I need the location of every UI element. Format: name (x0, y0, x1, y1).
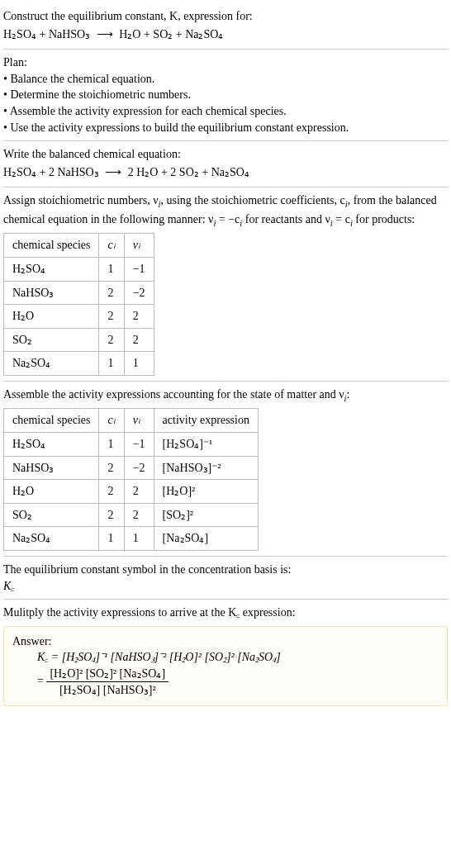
table-row: Na₂SO₄11[Na₂SO₄] (4, 527, 259, 551)
cell: [H₂SO₄]⁻¹ (154, 432, 258, 456)
kc-symbol: K꜀ (3, 578, 448, 595)
activity-intro: Assemble the activity expressions accoun… (3, 387, 448, 405)
table-row: H₂O22 (4, 305, 154, 329)
eq-lhs: H₂SO₄ + 2 NaHSO₃ (3, 166, 99, 178)
cell: [H₂O]² (154, 480, 258, 504)
text: : (347, 388, 350, 401)
table-row: H₂SO₄1−1[H₂SO₄]⁻¹ (4, 432, 259, 456)
col-vi: νᵢ (124, 409, 154, 433)
cell: H₂SO₄ (4, 432, 99, 456)
cell: 2 (99, 480, 124, 504)
text: = −c (216, 213, 240, 225)
activity-section: Assemble the activity expressions accoun… (3, 382, 448, 557)
table-header-row: chemical species cᵢ νᵢ activity expressi… (4, 409, 259, 433)
table-row: Na₂SO₄11 (4, 352, 154, 376)
table-row: NaHSO₃2−2 (4, 281, 154, 305)
cell: [Na₂SO₄] (154, 527, 258, 551)
cell: 2 (124, 480, 154, 504)
kc-expanded: K꜀ = [H₂SO₄]⁻¹ [NaHSO₃]⁻² [H₂O]² [SO₂]² … (12, 649, 439, 666)
plan-item: • Use the activity expressions to build … (3, 120, 448, 136)
symbol-section: The equilibrium constant symbol in the c… (3, 557, 448, 600)
cell: 2 (99, 305, 124, 329)
intro-text: Construct the equilibrium constant, K, e… (3, 10, 253, 22)
cell: 2 (124, 328, 154, 352)
cell: [NaHSO₃]⁻² (154, 456, 258, 480)
eq-rhs: 2 H₂O + 2 SO₂ + Na₂SO₄ (128, 166, 249, 178)
cell: 2 (99, 281, 124, 305)
plan-item: • Assemble the activity expression for e… (3, 103, 448, 120)
cell: 1 (99, 527, 124, 551)
cell: 2 (99, 456, 124, 480)
intro-line: Construct the equilibrium constant, K, e… (3, 8, 448, 25)
intro-section: Construct the equilibrium constant, K, e… (3, 3, 448, 50)
col-ci: cᵢ (99, 409, 124, 433)
balanced-section: Write the balanced chemical equation: H₂… (3, 141, 448, 187)
plan-title: Plan: (3, 55, 448, 71)
cell: NaHSO₃ (4, 456, 99, 480)
fraction-numerator: [H₂O]² [SO₂]² [Na₂SO₄] (46, 666, 169, 683)
table-header-row: chemical species cᵢ νᵢ (4, 234, 154, 258)
activity-table: chemical species cᵢ νᵢ activity expressi… (3, 408, 259, 551)
text: for reactants and ν (242, 213, 330, 225)
cell: 2 (124, 305, 154, 329)
stoich-intro: Assign stoichiometric numbers, νi, using… (3, 192, 448, 230)
reaction-arrow-icon: ⟶ (102, 166, 125, 178)
table-row: H₂O22[H₂O]² (4, 480, 259, 504)
plan-item: • Determine the stoichiometric numbers. (3, 87, 448, 103)
cell: 1 (99, 352, 124, 376)
cell: Na₂SO₄ (4, 352, 99, 376)
cell: 1 (124, 352, 154, 376)
plan-section: Plan: • Balance the chemical equation. •… (3, 50, 448, 141)
reaction-arrow-icon: ⟶ (93, 28, 116, 40)
cell: Na₂SO₄ (4, 527, 99, 551)
table-row: NaHSO₃2−2[NaHSO₃]⁻² (4, 456, 259, 480)
plan-item: • Balance the chemical equation. (3, 71, 448, 88)
cell: H₂O (4, 480, 99, 504)
final-section: Mulitply the activity expressions to arr… (3, 600, 448, 711)
cell: −1 (124, 432, 154, 456)
table-row: H₂SO₄1−1 (4, 257, 154, 281)
answer-label: Answer: (12, 633, 439, 650)
cell: −2 (124, 456, 154, 480)
table-row: SO₂22[SO₂]² (4, 503, 259, 527)
text: for products: (353, 213, 415, 225)
eq-rhs: H₂O + SO₂ + Na₂SO₄ (119, 28, 223, 40)
text: , using the stoichiometric coefficients,… (160, 194, 344, 206)
unbalanced-equation: H₂SO₄ + NaHSO₃ ⟶ H₂O + SO₂ + Na₂SO₄ (3, 26, 448, 43)
col-species: chemical species (4, 409, 99, 433)
kc-line1: K꜀ = [H₂SO₄]⁻¹ [NaHSO₃]⁻² [H₂O]² [SO₂]² … (37, 651, 281, 663)
col-ci: cᵢ (99, 234, 124, 258)
cell: 1 (124, 527, 154, 551)
cell: H₂SO₄ (4, 257, 99, 281)
table-row: SO₂22 (4, 328, 154, 352)
cell: 1 (99, 432, 124, 456)
cell: SO₂ (4, 328, 99, 352)
balanced-title: Write the balanced chemical equation: (3, 146, 448, 163)
fraction: [H₂O]² [SO₂]² [Na₂SO₄] [H₂SO₄] [NaHSO₃]² (46, 666, 169, 699)
final-title: Mulitply the activity expressions to arr… (3, 605, 448, 621)
stoich-section: Assign stoichiometric numbers, νi, using… (3, 187, 448, 382)
cell: H₂O (4, 305, 99, 329)
cell: SO₂ (4, 503, 99, 527)
cell: 1 (99, 257, 124, 281)
answer-box: Answer: K꜀ = [H₂SO₄]⁻¹ [NaHSO₃]⁻² [H₂O]²… (3, 626, 448, 706)
col-expr: activity expression (154, 409, 258, 433)
eq-lhs: H₂SO₄ + NaHSO₃ (3, 28, 90, 40)
kc-fraction-line: = [H₂O]² [SO₂]² [Na₂SO₄] [H₂SO₄] [NaHSO₃… (12, 666, 439, 699)
cell: −1 (124, 257, 154, 281)
stoich-table: chemical species cᵢ νᵢ H₂SO₄1−1 NaHSO₃2−… (3, 233, 154, 376)
cell: [SO₂]² (154, 503, 258, 527)
symbol-text: The equilibrium constant symbol in the c… (3, 562, 448, 578)
text: = c (333, 213, 350, 225)
cell: 2 (99, 503, 124, 527)
cell: −2 (124, 281, 154, 305)
text: Assign stoichiometric numbers, ν (3, 194, 159, 206)
cell: NaHSO₃ (4, 281, 99, 305)
col-species: chemical species (4, 234, 99, 258)
balanced-equation: H₂SO₄ + 2 NaHSO₃ ⟶ 2 H₂O + 2 SO₂ + Na₂SO… (3, 164, 448, 181)
cell: 2 (99, 328, 124, 352)
text: Assemble the activity expressions accoun… (3, 388, 344, 401)
equals: = (37, 675, 46, 687)
col-vi: νᵢ (124, 234, 154, 258)
cell: 2 (124, 503, 154, 527)
